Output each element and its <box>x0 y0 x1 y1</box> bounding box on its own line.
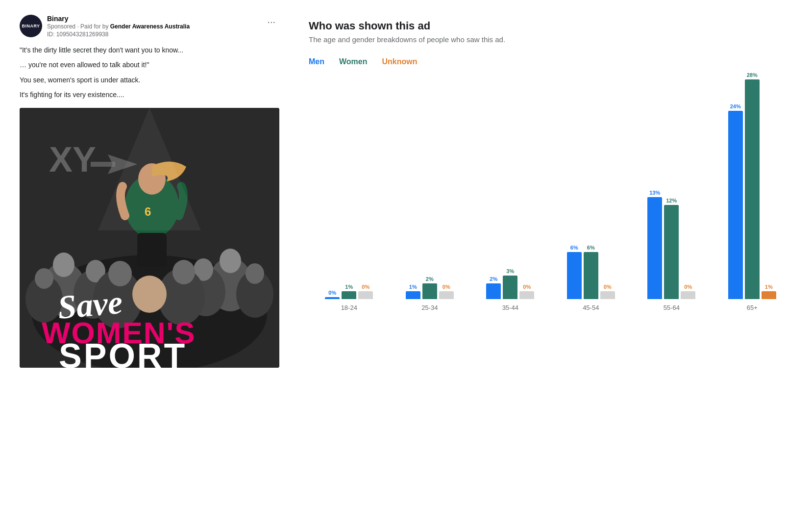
men-bar-wrapper: 6% <box>567 245 582 299</box>
svg-point-22 <box>108 261 132 286</box>
svg-point-10 <box>53 253 74 277</box>
bars-row: 0%1%0% <box>325 284 373 299</box>
men-bar <box>647 197 662 299</box>
age-group-label: 35-44 <box>502 304 518 311</box>
legend-unknown[interactable]: Unknown <box>382 57 417 66</box>
ad-text-line-3: You see, women's sport is under attack. <box>20 75 279 85</box>
women-bar-label: 28% <box>747 72 758 78</box>
unknown-bar-wrapper: 0% <box>439 284 454 299</box>
women-bar <box>422 283 437 299</box>
age-group-35-44: 2%3%0%35-44 <box>470 268 551 311</box>
ad-logo: BINARY <box>20 15 42 37</box>
women-bar-label: 3% <box>506 268 514 274</box>
unknown-bar <box>519 291 534 299</box>
age-group-45-54: 6%6%0%45-54 <box>551 245 632 311</box>
unknown-bar-label: 1% <box>765 284 773 290</box>
women-bar-wrapper: 3% <box>503 268 517 299</box>
ad-header: BINARY Binary Sponsored · Paid for by Ge… <box>20 15 279 38</box>
women-bar-label: 1% <box>345 284 353 290</box>
women-bar-label: 6% <box>587 245 595 251</box>
ad-options-button[interactable]: ··· <box>263 15 279 28</box>
women-bar <box>342 291 356 299</box>
women-bar <box>584 252 598 299</box>
unknown-bar-label: 0% <box>362 284 369 290</box>
women-bar <box>503 276 517 299</box>
legend-women[interactable]: Women <box>339 57 367 66</box>
unknown-bar <box>358 291 373 299</box>
chart-bars-area: 0%1%0%18-241%2%0%25-342%3%0%35-446%6%0%4… <box>309 86 792 341</box>
svg-point-14 <box>35 268 53 289</box>
ad-sponsor-name: Gender Awareness Australia <box>110 23 190 30</box>
ad-text-line-2: … you're not even allowed to talk about … <box>20 59 279 70</box>
unknown-bar-label: 0% <box>684 284 692 290</box>
chart-legend: Men Women Unknown <box>309 57 792 66</box>
bars-row: 2%3%0% <box>486 268 534 299</box>
age-group-25-34: 1%2%0%25-34 <box>390 276 470 311</box>
men-bar-wrapper: 13% <box>647 190 662 299</box>
bars-container: 0%1%0%18-241%2%0%25-342%3%0%35-446%6%0%4… <box>309 86 792 311</box>
men-bar-label: 13% <box>649 190 660 196</box>
men-bar-label: 0% <box>328 290 336 296</box>
men-bar-label: 1% <box>409 284 417 290</box>
women-bar-label: 12% <box>666 198 677 203</box>
ad-logo-text: BINARY <box>22 24 40 29</box>
age-group-label: 25-34 <box>421 304 438 311</box>
women-bar-wrapper: 6% <box>584 245 598 299</box>
women-bar-wrapper: 2% <box>422 276 437 299</box>
men-bar-label: 24% <box>730 103 741 109</box>
chart-panel: Who was shown this ad The age and gender… <box>309 15 792 516</box>
svg-rect-4 <box>91 162 115 167</box>
ad-sponsored-text: Sponsored · Paid for by <box>47 23 108 30</box>
unknown-bar-wrapper: 0% <box>519 284 534 299</box>
svg-rect-8 <box>137 233 167 267</box>
unknown-bar-wrapper: 0% <box>600 284 615 299</box>
women-bar-wrapper: 12% <box>664 198 679 299</box>
ad-text-line-1: "It's the dirty little secret they don't… <box>20 45 279 55</box>
women-bar-label: 2% <box>426 276 434 282</box>
ad-body-text: "It's the dirty little secret they don't… <box>20 45 279 101</box>
unknown-bar <box>762 291 776 299</box>
ad-image-svg: XY 6 <box>20 108 279 368</box>
unknown-bar <box>439 291 454 299</box>
men-bar-wrapper: 2% <box>486 276 501 299</box>
unknown-bar <box>600 291 615 299</box>
men-bar <box>486 283 501 299</box>
women-bar-wrapper: 28% <box>745 72 760 299</box>
bars-row: 6%6%0% <box>567 245 615 299</box>
women-bar <box>745 79 760 299</box>
svg-point-25 <box>132 276 167 313</box>
men-bar-label: 2% <box>490 276 497 282</box>
age-group-65+: 24%28%1%65+ <box>712 72 793 311</box>
bars-row: 24%28%1% <box>728 72 776 299</box>
legend-men[interactable]: Men <box>309 57 324 66</box>
age-group-55-64: 13%12%0%55-64 <box>631 190 712 311</box>
ad-advertiser-name: Binary <box>47 15 258 23</box>
age-group-18-24: 0%1%0%18-24 <box>309 284 390 311</box>
svg-point-24 <box>172 260 195 284</box>
age-group-label: 65+ <box>747 304 758 311</box>
unknown-bar-wrapper: 0% <box>358 284 373 299</box>
bars-row: 1%2%0% <box>406 276 454 299</box>
ad-panel: BINARY Binary Sponsored · Paid for by Ge… <box>20 15 279 516</box>
chart-subtitle: The age and gender breakdowns of people … <box>309 35 792 44</box>
men-bar <box>325 297 340 299</box>
men-bar-label: 6% <box>570 245 578 251</box>
men-bar <box>406 291 420 299</box>
unknown-bar-label: 0% <box>523 284 531 290</box>
svg-point-20 <box>246 263 264 284</box>
men-bar-wrapper: 0% <box>325 290 340 299</box>
unknown-bar-label: 0% <box>604 284 612 290</box>
unknown-bar-wrapper: 0% <box>681 284 695 299</box>
age-group-label: 45-54 <box>583 304 599 311</box>
ad-image: XY 6 <box>20 108 279 368</box>
men-bar <box>567 252 582 299</box>
ad-sponsored-line: Sponsored · Paid for by Gender Awareness… <box>47 23 258 31</box>
ad-id: ID: 1095043281269938 <box>47 31 258 38</box>
chart-title: Who was shown this ad <box>309 20 792 32</box>
svg-text:XY: XY <box>49 140 96 179</box>
unknown-bar-label: 0% <box>443 284 450 290</box>
bars-row: 13%12%0% <box>647 190 695 299</box>
women-bar-wrapper: 1% <box>342 284 356 299</box>
svg-text:SPORT: SPORT <box>59 337 187 368</box>
ad-meta: Binary Sponsored · Paid for by Gender Aw… <box>47 15 258 38</box>
